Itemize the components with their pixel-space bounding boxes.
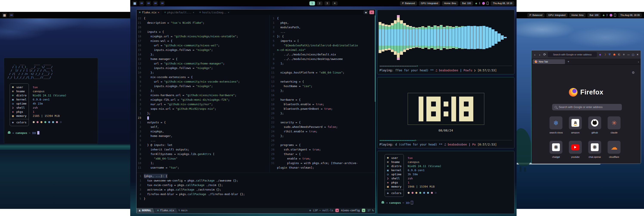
- token: ];: [144, 161, 154, 165]
- visualizer-bar: [409, 30, 412, 46]
- terminal-fastfetch-left[interactable]: _ ___ ____ _____ / | / (_)_ __/ __ \/ __…: [4, 58, 98, 144]
- tag-badge[interactable]: $W: [153, 1, 158, 6]
- nvim-pane-iso[interactable]: 1{1 pkgs,2 modulesPath,3 ...4}: {5 impor…: [270, 15, 376, 172]
- tab-list-chevron[interactable]: ⌄: [638, 60, 640, 63]
- clock-pill[interactable]: Thu Aug 08, 18:18: [491, 1, 514, 6]
- editor-tab-hosts-isoImag-[interactable]: ❄hosts/isoImag..✕: [197, 10, 232, 15]
- tag-badge[interactable]: $W: [146, 1, 151, 6]
- gpu-pill[interactable]: GPU: Integrated: [419, 1, 440, 6]
- code-text: {: [144, 16, 146, 21]
- neovim-window[interactable]: ❄flake.nix✕❄pkgs/default...✕❄hosts/isoIm…: [136, 9, 376, 213]
- code-line: 21 description = "tux's NixOS Flake";: [136, 21, 270, 25]
- fetch-label: user: [16, 85, 23, 89]
- ping-pill[interactable]: Home: 6ms: [569, 13, 586, 18]
- visualizer-bar: [382, 29, 384, 46]
- code-line: 11 nixpkgs.hostPlatform = "x86_64-linux"…: [270, 70, 376, 75]
- shortcut-tile-amazon[interactable]: aamazon: [569, 116, 582, 134]
- editor-tab-pkgs-default-[interactable]: ❄pkgs/default...✕: [162, 10, 197, 15]
- nvim-pane-flake[interactable]: 22{21 description = "tux's NixOS Flake";…: [136, 15, 270, 172]
- tab-close-icon[interactable]: ✕: [228, 11, 229, 14]
- power-profile-pill[interactable]: P: Balanced: [400, 1, 417, 6]
- phone-icon[interactable]: [487, 2, 488, 5]
- fetch-value: 2185 | 15394 MiB: [33, 114, 66, 118]
- token: true: [316, 103, 322, 106]
- shortcut-tile-chatgpt[interactable]: ❋chatgpt: [550, 141, 562, 158]
- code-line: 4}: {: [270, 34, 376, 39]
- tile-label: github: [588, 131, 601, 134]
- terminal-clock[interactable]: 08/08/24 =====================> Playing:…: [377, 77, 514, 148]
- gradient-circle-icon[interactable]: [610, 14, 612, 17]
- shell-prompt[interactable]: →canopus~❯❯❯: [4, 131, 98, 135]
- gpu-pill[interactable]: GPU: Integrated: [546, 13, 568, 18]
- shell-prompt[interactable]: →canopus~❯❯❯: [377, 201, 514, 204]
- workspace-3[interactable]: 3: [324, 1, 330, 6]
- tab-new-tab[interactable]: New Tab: [533, 59, 565, 64]
- tag-badge[interactable]: $W: [139, 1, 144, 6]
- tab-close-icon[interactable]: ✕: [158, 11, 159, 14]
- workspace-4[interactable]: 4: [332, 1, 338, 6]
- shortcut-tile-cloudflare[interactable]: ☁cloudflare: [608, 141, 620, 158]
- battery-pill[interactable]: Bat: 100: [588, 13, 600, 18]
- phone-icon[interactable]: [614, 14, 616, 17]
- fastfetch-output: ☻user≡hname❄distro▣kernel◷uptime❯shell❖p…: [377, 154, 514, 197]
- token: nixos-wsl = {: [144, 39, 172, 43]
- close-window-button[interactable]: ✕: [369, 10, 374, 14]
- clock-segment: [431, 111, 436, 116]
- fetch-row: ≡hname: [12, 89, 26, 93]
- maximize-button[interactable]: ▢: [632, 53, 634, 56]
- gradient-circle-icon[interactable]: [482, 2, 485, 5]
- workspace-2[interactable]: 2: [317, 1, 322, 6]
- extension-purple-icon[interactable]: ◆: [598, 53, 602, 56]
- reload-button[interactable]: ⟳: [543, 53, 546, 57]
- back-button[interactable]: ‹: [533, 53, 536, 57]
- token: ;: [316, 130, 318, 133]
- visualizer-column: [400, 13, 403, 63]
- tree-icon[interactable]: ♣: [475, 2, 477, 5]
- toggle-button[interactable]: ◉: [364, 10, 368, 14]
- menu-icon[interactable]: ≡: [622, 53, 626, 56]
- tag-badge[interactable]: $W: [9, 13, 14, 18]
- nvim-pane-pkgs[interactable]: 1{pkgs, ...}: {1 tux-awesome-wm-config =…: [136, 173, 376, 208]
- token: "github:nix-community/home-manager": [164, 62, 223, 65]
- personalize-gear-icon[interactable]: ⚙: [632, 71, 635, 75]
- workspace-1[interactable]: 1: [309, 1, 315, 6]
- newtab-search-input[interactable]: Search with Google or enter address: [552, 104, 622, 110]
- tree-icon[interactable]: ♣: [603, 14, 604, 17]
- forward-button[interactable]: ›: [538, 53, 542, 57]
- close-button[interactable]: ✕: [636, 53, 639, 56]
- bluetooth-icon[interactable]: ᛒ: [606, 14, 608, 17]
- visualizer-bar: [378, 29, 382, 46]
- shortcut-tile-chat-openai[interactable]: ❋chat.openai: [588, 141, 601, 158]
- tag-badge[interactable]: $W: [160, 1, 165, 6]
- shortcut-tile-claude[interactable]: ✳claude: [608, 116, 620, 134]
- extension-orange-icon[interactable]: ☽: [603, 53, 606, 56]
- shortcut-tile-youtube[interactable]: youtube: [569, 141, 582, 158]
- code-text: };: [144, 70, 154, 75]
- now-playing-token: Po: [472, 143, 476, 146]
- ping-pill[interactable]: Home: 8ms: [442, 1, 458, 6]
- bitwarden-icon[interactable]: ⛨: [608, 53, 611, 56]
- power-profile-pill[interactable]: P: Balanced: [527, 13, 544, 18]
- token: callPackage: [196, 179, 214, 182]
- clock-pill[interactable]: Thu Aug 08, 18:39: [618, 13, 642, 18]
- terminal-fastfetch-right[interactable]: ☻user≡hname❄distro▣kernel◷uptime❯shell❖p…: [377, 151, 514, 214]
- extension-fox-icon[interactable]: ☗: [612, 53, 616, 56]
- shortcut-tile-github[interactable]: github: [588, 116, 601, 134]
- battery-pill[interactable]: Bat: 100: [460, 1, 473, 6]
- fetch-row: ▦memory: [12, 114, 26, 118]
- code-line: 10: [270, 66, 376, 70]
- sidebar-icon[interactable]: ⎗: [617, 53, 621, 56]
- visualizer-bar: [430, 29, 433, 46]
- terminal-cava[interactable]: ======================> Playing: ffee fo…: [377, 10, 514, 74]
- new-tab-button[interactable]: +: [568, 60, 569, 63]
- bluetooth-icon[interactable]: ᛒ: [479, 2, 480, 5]
- launcher-button[interactable]: ▦: [2, 13, 7, 18]
- launcher-button[interactable]: ▦: [132, 1, 137, 6]
- editor-tab-flake-nix[interactable]: ❄flake.nix✕: [136, 10, 162, 15]
- tab-close-icon[interactable]: ✕: [193, 11, 194, 14]
- shortcut-tile-search-nixos[interactable]: ❄search.nixos: [550, 116, 562, 134]
- nvim-scrollbar[interactable]: [375, 16, 376, 102]
- url-bar[interactable]: Search with Google or enter address: [548, 52, 597, 57]
- minimize-button[interactable]: —: [627, 53, 630, 56]
- firefox-window[interactable]: ‹ › ⟳ Search with Google or enter addres…: [531, 50, 641, 164]
